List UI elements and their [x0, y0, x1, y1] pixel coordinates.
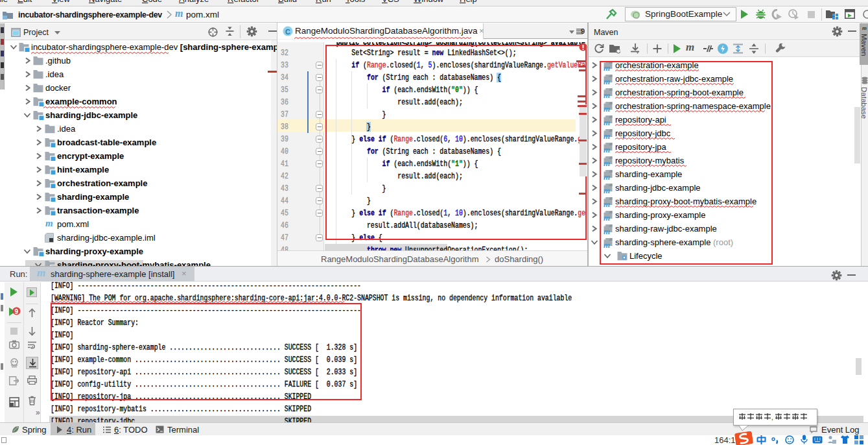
svg-text:C: C [285, 28, 290, 36]
svg-text:9: 9 [15, 308, 19, 315]
